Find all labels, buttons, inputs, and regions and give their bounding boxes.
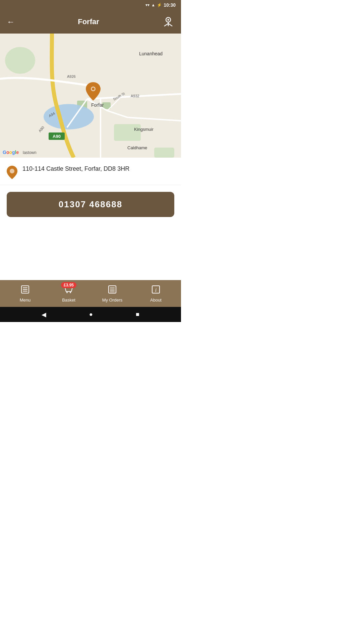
- map-view[interactable]: A90 A94 A90 A926 A932 South St Lunanhead…: [0, 34, 181, 158]
- svg-text:Caldhame: Caldhame: [127, 145, 147, 150]
- nav-item-about[interactable]: i About: [134, 285, 178, 303]
- menu-label: Menu: [20, 298, 31, 303]
- svg-point-28: [66, 292, 68, 293]
- svg-text:A932: A932: [131, 94, 139, 98]
- battery-icon: ⚡: [157, 3, 162, 7]
- nav-item-basket[interactable]: £3.95 Basket: [47, 285, 90, 303]
- signal-icon: ▲: [151, 3, 155, 7]
- status-time: 10:30: [164, 2, 176, 8]
- wifi-icon: ▾▾: [145, 3, 149, 7]
- bottom-nav: Menu £3.95 Basket: [0, 280, 181, 307]
- svg-point-1: [168, 19, 169, 20]
- nav-item-menu[interactable]: Menu: [3, 285, 47, 303]
- orders-icon: [108, 285, 117, 296]
- svg-text:A926: A926: [67, 74, 76, 78]
- android-recent-button[interactable]: ■: [136, 311, 139, 318]
- about-label: About: [150, 298, 162, 303]
- status-bar: ▾▾ ▲ ⚡ 10:30: [0, 0, 181, 10]
- svg-point-3: [5, 47, 35, 74]
- basket-badge: £3.95: [61, 282, 76, 288]
- svg-text:i: i: [155, 287, 157, 293]
- svg-rect-5: [154, 148, 174, 158]
- android-nav-bar: ◀ ● ■: [0, 307, 181, 322]
- google-logo: Google: [3, 150, 19, 155]
- svg-text:Forfar: Forfar: [91, 102, 104, 108]
- map-sublabel: lastown: [23, 150, 37, 155]
- phone-button[interactable]: 01307 468688: [7, 192, 174, 217]
- address-section: 110-114 Castle Street, Forfar, DD8 3HR: [0, 158, 181, 185]
- svg-text:Kingsmuir: Kingsmuir: [134, 127, 154, 132]
- status-icons: ▾▾ ▲ ⚡ 10:30: [145, 2, 176, 8]
- address-pin-icon: [7, 166, 17, 181]
- orders-label: My Orders: [102, 298, 123, 303]
- address-text: 110-114 Castle Street, Forfar, DD8 3HR: [22, 164, 129, 173]
- page-title: Forfar: [78, 17, 99, 26]
- svg-text:A90: A90: [53, 134, 61, 139]
- location-map-icon[interactable]: [162, 15, 174, 29]
- svg-text:Lunanhead: Lunanhead: [139, 51, 163, 56]
- back-button[interactable]: ←: [7, 17, 15, 26]
- header: ← Forfar: [0, 10, 181, 34]
- basket-label: Basket: [62, 298, 75, 303]
- about-icon: i: [151, 285, 161, 296]
- svg-point-22: [92, 88, 95, 90]
- menu-icon: [20, 285, 30, 296]
- svg-point-29: [70, 292, 71, 293]
- phone-button-container: 01307 468688: [0, 185, 181, 224]
- nav-item-orders[interactable]: My Orders: [90, 285, 134, 303]
- android-home-button[interactable]: ●: [89, 311, 93, 318]
- svg-point-23: [10, 169, 14, 173]
- android-back-button[interactable]: ◀: [42, 311, 46, 318]
